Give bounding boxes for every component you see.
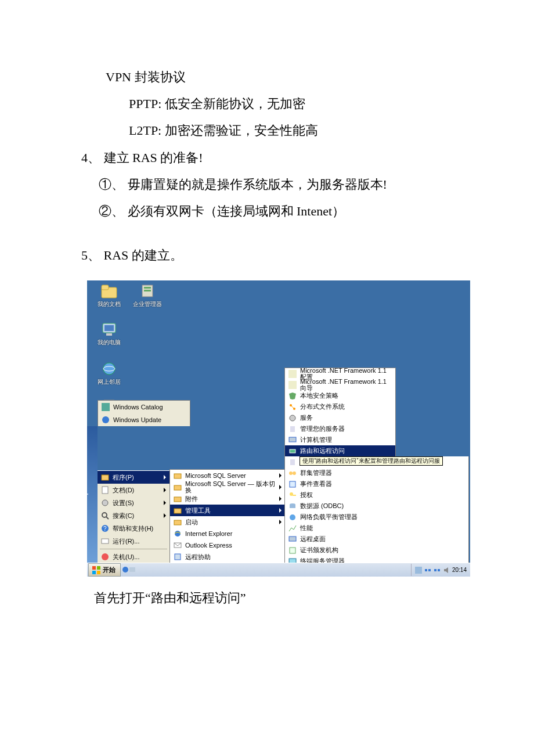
admin-licensing[interactable]: 授权: [285, 489, 468, 501]
desktop-icon-mycomputer[interactable]: 我的电脑: [92, 322, 127, 345]
ie-icon: [174, 530, 182, 538]
start-item-help[interactable]: ? 帮助和支持(H): [98, 522, 169, 535]
section5-title: 5、 RAS 的建立。: [81, 242, 453, 269]
svg-point-11: [102, 416, 109, 423]
svg-rect-43: [293, 495, 296, 496]
network-icon: [100, 362, 118, 377]
svg-rect-25: [174, 520, 181, 525]
menu-label: Windows Catalog: [113, 404, 186, 411]
admin-net11wiz[interactable]: Microsoft .NET Framework 1.1 向导: [285, 379, 395, 390]
desktop-icon-label: 我的文档: [92, 301, 127, 307]
admin-localsec[interactable]: 本地安全策略: [285, 390, 395, 401]
prog-sqlswitch[interactable]: Microsoft SQL Server — 版本切换: [170, 481, 285, 493]
start-menu-main: 程序(P) 文档(D) 设置(S) 搜索(C) ? 帮助和支持(H): [98, 470, 170, 563]
start-item-wincatalog[interactable]: Windows Catalog: [98, 401, 190, 413]
admintools-submenu: Microsoft .NET Framework 1.1 配置 Microsof…: [284, 368, 396, 457]
prog-ie[interactable]: Internet Explorer: [170, 528, 285, 539]
prog-accessories[interactable]: 附件: [170, 493, 285, 505]
svg-rect-63: [438, 569, 440, 571]
prog-startup[interactable]: 启动: [170, 516, 285, 528]
menu-label: 远程桌面: [300, 536, 465, 542]
tray-network-icon[interactable]: [424, 567, 431, 574]
section4-title: 4、 建立 RAS 的准备!: [81, 145, 453, 171]
menu-label: 管理您的服务器: [300, 426, 392, 432]
start-item-search[interactable]: 搜索(C): [98, 509, 169, 522]
tray-icon[interactable]: [415, 567, 422, 574]
svg-rect-58: [129, 567, 135, 572]
menu-label: 证书颁发机构: [300, 547, 465, 553]
svg-marker-64: [444, 567, 448, 573]
menu-label: 授权: [300, 492, 465, 498]
chevron-right-icon: [164, 488, 166, 492]
menu-label: 程序(P): [113, 474, 160, 481]
start-item-programs[interactable]: 程序(P): [98, 471, 169, 484]
folder-icon: [174, 495, 182, 503]
start-item-shutdown[interactable]: 关机(U)...: [98, 550, 169, 563]
menu-label: Microsoft .NET Framework 1.1 向导: [300, 379, 392, 391]
admin-perf[interactable]: 性能: [285, 523, 468, 534]
svg-rect-29: [288, 370, 297, 378]
menu-label: Outlook Express: [185, 542, 282, 549]
prog-sqlserver[interactable]: Microsoft SQL Server: [170, 470, 285, 481]
svg-rect-62: [434, 569, 436, 571]
quicklaunch-icon[interactable]: [129, 566, 136, 574]
desktop-icon-network[interactable]: 网上邻居: [92, 362, 127, 385]
admin-remotedesktop[interactable]: 远程桌面: [285, 534, 468, 545]
svg-point-14: [102, 500, 108, 506]
section4-item1: ①、 毋庸置疑的就是操作系统版本，为服务器版本!: [81, 171, 453, 198]
svg-rect-21: [174, 474, 181, 478]
network-icon: [288, 447, 297, 455]
search-icon: [101, 512, 109, 520]
start-item-documents[interactable]: 文档(D): [98, 484, 169, 496]
svg-text:?: ?: [103, 525, 107, 532]
start-label: 开始: [103, 567, 116, 573]
key-icon: [288, 491, 297, 499]
start-item-run[interactable]: 运行(R)...: [98, 535, 169, 548]
desktop-icon-mydocs[interactable]: 我的文档: [92, 284, 127, 307]
svg-rect-4: [144, 290, 151, 291]
admin-compmgmt[interactable]: 计算机管理: [285, 434, 395, 445]
admin-nlb[interactable]: 网络负载平衡管理器: [285, 512, 468, 523]
prog-remoteassist[interactable]: 远程协助: [170, 551, 285, 563]
menu-label: 计算机管理: [300, 437, 392, 443]
admin-manageyourserver[interactable]: 管理您的服务器: [285, 423, 395, 434]
admin-odbc[interactable]: 数据源 (ODBC): [285, 501, 468, 512]
admin-rras[interactable]: 路由和远程访问: [285, 445, 395, 456]
menu-separator: [100, 549, 167, 549]
svg-rect-37: [290, 449, 295, 453]
mail-icon: [174, 541, 182, 549]
tray-network-icon[interactable]: [434, 567, 441, 574]
quicklaunch-icon[interactable]: [122, 566, 129, 574]
start-button[interactable]: 开始: [88, 563, 121, 577]
admin-certauth[interactable]: 证书颁发机构: [285, 545, 468, 556]
menu-label: 关机(U)...: [113, 554, 166, 560]
svg-rect-36: [289, 437, 296, 442]
svg-rect-59: [415, 567, 422, 574]
prog-outlook[interactable]: Outlook Express: [170, 539, 285, 551]
admin-services[interactable]: 服务: [285, 412, 395, 423]
admin-dfs[interactable]: 分布式文件系统: [285, 401, 395, 412]
server-icon: [288, 425, 297, 433]
prog-admintools[interactable]: 管理工具: [170, 505, 285, 516]
admin-cluster[interactable]: 群集管理器: [285, 467, 468, 478]
menu-label: Microsoft SQL Server — 版本切换: [185, 481, 276, 494]
start-item-winupdate[interactable]: Windows Update: [98, 413, 190, 426]
admin-eventviewer[interactable]: 事件查看器: [285, 478, 468, 489]
taskbar: 开始 20:14: [87, 563, 470, 577]
svg-rect-10: [102, 403, 110, 411]
svg-point-39: [289, 471, 293, 475]
tray-volume-icon[interactable]: [443, 567, 450, 574]
svg-rect-22: [174, 485, 181, 490]
svg-rect-23: [174, 497, 181, 502]
clock[interactable]: 20:14: [452, 567, 467, 573]
desktop-icon-entmgr[interactable]: 企业管理器: [130, 284, 165, 307]
menu-label: 远程协助: [185, 554, 282, 560]
svg-point-26: [175, 531, 181, 537]
chevron-right-icon: [279, 508, 282, 513]
chevron-right-icon: [164, 513, 166, 518]
cluster-icon: [288, 469, 297, 477]
folder-icon: [174, 506, 182, 514]
monitor-icon: [288, 535, 297, 543]
run-icon: [101, 537, 109, 545]
start-item-settings[interactable]: 设置(S): [98, 496, 169, 509]
